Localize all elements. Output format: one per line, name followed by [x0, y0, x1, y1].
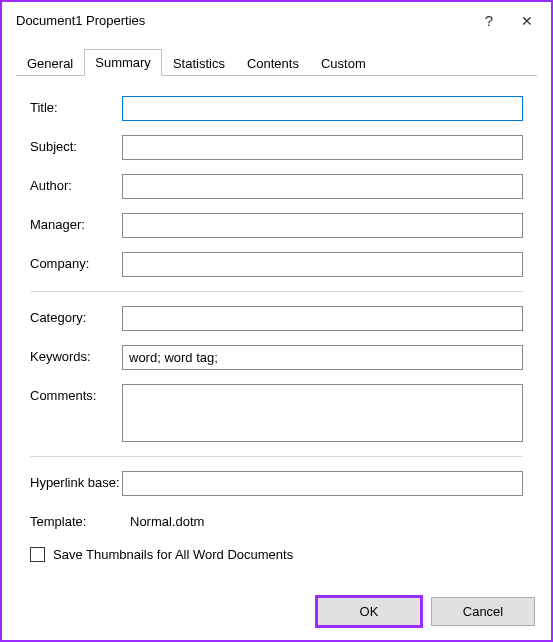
template-label: Template: — [30, 510, 122, 529]
comments-textarea[interactable] — [122, 384, 523, 442]
tab-general[interactable]: General — [16, 50, 84, 76]
ok-button[interactable]: OK — [317, 597, 421, 626]
subject-label: Subject: — [30, 135, 122, 154]
help-icon[interactable] — [485, 12, 493, 29]
author-input[interactable] — [122, 174, 523, 199]
divider-2 — [30, 456, 523, 457]
manager-input[interactable] — [122, 213, 523, 238]
hyperlink-base-label: Hyperlink base: — [30, 471, 122, 490]
save-thumbnails-label: Save Thumbnails for All Word Documents — [53, 547, 293, 562]
title-label: Title: — [30, 96, 122, 115]
hyperlink-base-input[interactable] — [122, 471, 523, 496]
company-label: Company: — [30, 252, 122, 271]
titlebar-controls — [485, 12, 539, 29]
tab-bar: General Summary Statistics Contents Cust… — [16, 48, 537, 76]
save-thumbnails-row[interactable]: Save Thumbnails for All Word Documents — [30, 547, 523, 562]
category-input[interactable] — [122, 306, 523, 331]
titlebar: Document1 Properties — [2, 2, 551, 42]
subject-input[interactable] — [122, 135, 523, 160]
form-content: Title: Subject: Author: Manager: Company… — [2, 76, 551, 572]
save-thumbnails-checkbox[interactable] — [30, 547, 45, 562]
close-icon[interactable] — [521, 12, 533, 29]
company-input[interactable] — [122, 252, 523, 277]
tab-statistics[interactable]: Statistics — [162, 50, 236, 76]
title-input[interactable] — [122, 96, 523, 121]
tab-custom[interactable]: Custom — [310, 50, 377, 76]
dialog-buttons: OK Cancel — [317, 597, 535, 626]
divider-1 — [30, 291, 523, 292]
keywords-input[interactable] — [122, 345, 523, 370]
keywords-label: Keywords: — [30, 345, 122, 364]
category-label: Category: — [30, 306, 122, 325]
tab-contents[interactable]: Contents — [236, 50, 310, 76]
window-title: Document1 Properties — [16, 13, 485, 28]
comments-label: Comments: — [30, 384, 122, 403]
manager-label: Manager: — [30, 213, 122, 232]
template-value: Normal.dotm — [122, 510, 523, 533]
author-label: Author: — [30, 174, 122, 193]
tab-summary[interactable]: Summary — [84, 49, 162, 76]
cancel-button[interactable]: Cancel — [431, 597, 535, 626]
